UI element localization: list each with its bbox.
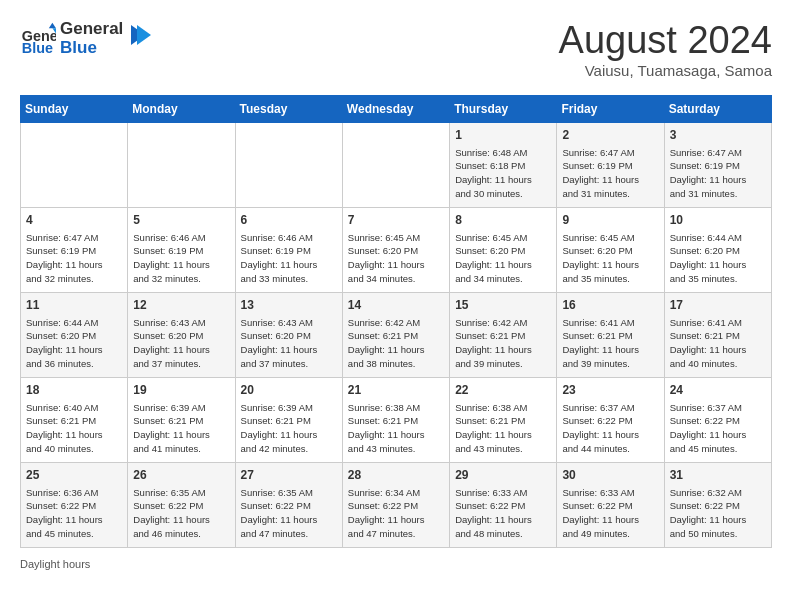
day-info: Sunrise: 6:38 AM Sunset: 6:21 PM Dayligh… [348,401,444,456]
calendar-day-cell: 13Sunrise: 6:43 AM Sunset: 6:20 PM Dayli… [235,292,342,377]
svg-marker-2 [49,22,56,27]
day-info: Sunrise: 6:38 AM Sunset: 6:21 PM Dayligh… [455,401,551,456]
calendar-day-cell: 23Sunrise: 6:37 AM Sunset: 6:22 PM Dayli… [557,377,664,462]
calendar-day-cell: 15Sunrise: 6:42 AM Sunset: 6:21 PM Dayli… [450,292,557,377]
daylight-label: Daylight hours [20,558,90,570]
day-number: 8 [455,212,551,229]
calendar-day-cell: 4Sunrise: 6:47 AM Sunset: 6:19 PM Daylig… [21,207,128,292]
calendar-day-cell: 5Sunrise: 6:46 AM Sunset: 6:19 PM Daylig… [128,207,235,292]
day-info: Sunrise: 6:43 AM Sunset: 6:20 PM Dayligh… [241,316,337,371]
calendar-day-cell: 17Sunrise: 6:41 AM Sunset: 6:21 PM Dayli… [664,292,771,377]
day-number: 2 [562,127,658,144]
day-info: Sunrise: 6:34 AM Sunset: 6:22 PM Dayligh… [348,486,444,541]
logo-general: General [60,20,123,39]
calendar-day-cell: 24Sunrise: 6:37 AM Sunset: 6:22 PM Dayli… [664,377,771,462]
calendar-day-cell: 16Sunrise: 6:41 AM Sunset: 6:21 PM Dayli… [557,292,664,377]
logo-blue: Blue [60,39,123,58]
day-number: 20 [241,382,337,399]
day-of-week-header: Tuesday [235,95,342,122]
day-number: 24 [670,382,766,399]
day-info: Sunrise: 6:42 AM Sunset: 6:21 PM Dayligh… [455,316,551,371]
day-number: 11 [26,297,122,314]
logo-chevron-icon [123,21,151,49]
calendar-day-cell: 27Sunrise: 6:35 AM Sunset: 6:22 PM Dayli… [235,462,342,547]
logo: General Blue General Blue [20,20,151,57]
day-info: Sunrise: 6:40 AM Sunset: 6:21 PM Dayligh… [26,401,122,456]
calendar-day-cell: 31Sunrise: 6:32 AM Sunset: 6:22 PM Dayli… [664,462,771,547]
calendar-week-row: 1Sunrise: 6:48 AM Sunset: 6:18 PM Daylig… [21,122,772,207]
day-number: 10 [670,212,766,229]
day-info: Sunrise: 6:39 AM Sunset: 6:21 PM Dayligh… [133,401,229,456]
day-number: 17 [670,297,766,314]
svg-text:Blue: Blue [22,40,53,56]
calendar-week-row: 11Sunrise: 6:44 AM Sunset: 6:20 PM Dayli… [21,292,772,377]
calendar-day-cell: 8Sunrise: 6:45 AM Sunset: 6:20 PM Daylig… [450,207,557,292]
day-number: 23 [562,382,658,399]
day-info: Sunrise: 6:33 AM Sunset: 6:22 PM Dayligh… [455,486,551,541]
day-number: 6 [241,212,337,229]
day-number: 4 [26,212,122,229]
calendar-week-row: 25Sunrise: 6:36 AM Sunset: 6:22 PM Dayli… [21,462,772,547]
day-number: 18 [26,382,122,399]
calendar-day-cell: 7Sunrise: 6:45 AM Sunset: 6:20 PM Daylig… [342,207,449,292]
day-info: Sunrise: 6:41 AM Sunset: 6:21 PM Dayligh… [562,316,658,371]
day-info: Sunrise: 6:48 AM Sunset: 6:18 PM Dayligh… [455,146,551,201]
day-number: 21 [348,382,444,399]
day-info: Sunrise: 6:45 AM Sunset: 6:20 PM Dayligh… [455,231,551,286]
title-block: August 2024 Vaiusu, Tuamasaga, Samoa [559,20,772,79]
calendar-day-cell: 12Sunrise: 6:43 AM Sunset: 6:20 PM Dayli… [128,292,235,377]
day-info: Sunrise: 6:45 AM Sunset: 6:20 PM Dayligh… [348,231,444,286]
calendar-day-cell: 10Sunrise: 6:44 AM Sunset: 6:20 PM Dayli… [664,207,771,292]
day-of-week-header: Monday [128,95,235,122]
day-info: Sunrise: 6:46 AM Sunset: 6:19 PM Dayligh… [133,231,229,286]
day-number: 27 [241,467,337,484]
day-number: 5 [133,212,229,229]
day-of-week-header: Thursday [450,95,557,122]
day-number: 3 [670,127,766,144]
day-info: Sunrise: 6:35 AM Sunset: 6:22 PM Dayligh… [133,486,229,541]
calendar-day-cell: 20Sunrise: 6:39 AM Sunset: 6:21 PM Dayli… [235,377,342,462]
day-number: 22 [455,382,551,399]
day-number: 13 [241,297,337,314]
day-info: Sunrise: 6:43 AM Sunset: 6:20 PM Dayligh… [133,316,229,371]
day-info: Sunrise: 6:35 AM Sunset: 6:22 PM Dayligh… [241,486,337,541]
calendar-day-cell: 19Sunrise: 6:39 AM Sunset: 6:21 PM Dayli… [128,377,235,462]
day-number: 31 [670,467,766,484]
day-number: 29 [455,467,551,484]
location-subtitle: Vaiusu, Tuamasaga, Samoa [559,62,772,79]
day-number: 26 [133,467,229,484]
day-of-week-header: Saturday [664,95,771,122]
day-info: Sunrise: 6:47 AM Sunset: 6:19 PM Dayligh… [562,146,658,201]
footer: Daylight hours [20,558,772,570]
day-of-week-header: Sunday [21,95,128,122]
day-info: Sunrise: 6:47 AM Sunset: 6:19 PM Dayligh… [670,146,766,201]
calendar-day-cell: 2Sunrise: 6:47 AM Sunset: 6:19 PM Daylig… [557,122,664,207]
day-number: 15 [455,297,551,314]
calendar-table: SundayMondayTuesdayWednesdayThursdayFrid… [20,95,772,548]
day-info: Sunrise: 6:39 AM Sunset: 6:21 PM Dayligh… [241,401,337,456]
day-number: 30 [562,467,658,484]
day-info: Sunrise: 6:46 AM Sunset: 6:19 PM Dayligh… [241,231,337,286]
calendar-day-cell: 18Sunrise: 6:40 AM Sunset: 6:21 PM Dayli… [21,377,128,462]
day-number: 9 [562,212,658,229]
calendar-day-cell: 25Sunrise: 6:36 AM Sunset: 6:22 PM Dayli… [21,462,128,547]
calendar-header-row: SundayMondayTuesdayWednesdayThursdayFrid… [21,95,772,122]
calendar-day-cell: 22Sunrise: 6:38 AM Sunset: 6:21 PM Dayli… [450,377,557,462]
day-info: Sunrise: 6:44 AM Sunset: 6:20 PM Dayligh… [670,231,766,286]
calendar-day-cell: 28Sunrise: 6:34 AM Sunset: 6:22 PM Dayli… [342,462,449,547]
day-info: Sunrise: 6:45 AM Sunset: 6:20 PM Dayligh… [562,231,658,286]
calendar-day-cell: 11Sunrise: 6:44 AM Sunset: 6:20 PM Dayli… [21,292,128,377]
calendar-day-cell: 1Sunrise: 6:48 AM Sunset: 6:18 PM Daylig… [450,122,557,207]
day-info: Sunrise: 6:44 AM Sunset: 6:20 PM Dayligh… [26,316,122,371]
calendar-body: 1Sunrise: 6:48 AM Sunset: 6:18 PM Daylig… [21,122,772,547]
day-info: Sunrise: 6:37 AM Sunset: 6:22 PM Dayligh… [670,401,766,456]
day-info: Sunrise: 6:37 AM Sunset: 6:22 PM Dayligh… [562,401,658,456]
calendar-day-cell [342,122,449,207]
day-of-week-header: Wednesday [342,95,449,122]
day-info: Sunrise: 6:42 AM Sunset: 6:21 PM Dayligh… [348,316,444,371]
day-info: Sunrise: 6:32 AM Sunset: 6:22 PM Dayligh… [670,486,766,541]
calendar-week-row: 4Sunrise: 6:47 AM Sunset: 6:19 PM Daylig… [21,207,772,292]
day-number: 25 [26,467,122,484]
day-info: Sunrise: 6:47 AM Sunset: 6:19 PM Dayligh… [26,231,122,286]
day-info: Sunrise: 6:36 AM Sunset: 6:22 PM Dayligh… [26,486,122,541]
